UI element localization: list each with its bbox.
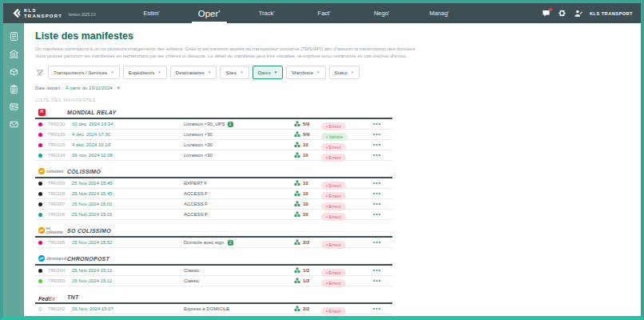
version-label: Version 2025.3.0 <box>68 13 95 17</box>
filter-dates[interactable]: Dates▼ <box>252 66 284 79</box>
filter-manifeste[interactable]: Manifeste▼ <box>286 66 325 79</box>
manifest-service: Classic <box>184 278 294 283</box>
nav-item-manag[interactable]: Manag' <box>411 3 468 23</box>
manifest-date: 25 Nov 2024 15:11 <box>72 278 142 283</box>
manifest-service: ACCESS F <box>184 202 294 206</box>
manifest-id: TR0304 <box>48 268 72 273</box>
clear-filters-icon[interactable] <box>35 68 45 78</box>
status-dot <box>38 182 42 186</box>
carrier-logo: R <box>38 109 67 116</box>
colissimo-logo <box>38 168 45 174</box>
chevron-down-icon: ▼ <box>208 70 211 74</box>
manifest-row[interactable]: TR0324 26 nov. 2024 12:08 Livraison <30 … <box>35 150 392 161</box>
parcels-icon <box>294 267 300 274</box>
chevron-down-icon: ▼ <box>157 70 161 74</box>
chevron-down-icon: ▼ <box>351 70 354 74</box>
filter-sites[interactable]: Sites▼ <box>220 66 248 79</box>
manifest-row[interactable]: TR0301 26 Nov. 2024 15:01 Express à DOMI… <box>35 314 392 316</box>
kls-logo[interactable]: KLS TRANSPORT <box>11 8 62 18</box>
chevron-down-icon: ▼ <box>274 70 277 74</box>
id-card-icon[interactable] <box>9 101 19 111</box>
manifest-row[interactable]: TR0303 25 Nov 2024 15:11 Classic 1/2 Err… <box>35 276 392 286</box>
filter-transporteurs-services[interactable]: Transporteurs / Services▼ <box>48 66 120 79</box>
parcel-count: 10 <box>294 142 321 148</box>
filter-exp-diteurs[interactable]: Expéditeurs▼ <box>123 66 167 79</box>
nav-item-track[interactable]: Track' <box>238 3 296 23</box>
carrier-name: TNT <box>67 294 79 300</box>
notification-badge <box>549 8 552 11</box>
notifications-icon[interactable] <box>542 9 551 18</box>
report-icon[interactable] <box>9 83 19 94</box>
filter-bar: Transporteurs / Services▼ Expéditeurs▼ D… <box>35 66 641 79</box>
manifest-date: 25 Nov 2024 15:52 <box>72 240 142 245</box>
carrier-name: SO COLISSIMO <box>67 228 111 234</box>
status-dot <box>38 213 42 217</box>
carrier-group-header: colissimo COLISSIMO <box>35 166 392 177</box>
manifest-date: 26 Nov. 2024 15:07 <box>72 306 142 311</box>
status-dot <box>38 241 42 245</box>
chevron-down-icon: ▼ <box>110 70 113 74</box>
carrier-group-header: R MONDIAL RELAY <box>35 106 392 118</box>
app-window: KLS TRANSPORT Version 2025.3.0 Estim'Ope… <box>0 0 644 320</box>
main-nav: Estim'Oper'Track'Fact'Nego'Manag' <box>123 3 468 23</box>
parcel-count: 1/2 <box>294 267 321 274</box>
manifest-id: TR0306 <box>48 212 72 217</box>
parcels-icon <box>294 152 300 158</box>
manifest-date: 26 nov. 2024 12:08 <box>72 153 142 158</box>
mondial-relay-logo: R <box>38 109 46 116</box>
carrier-logo: colissimo <box>38 168 67 174</box>
chip-close-icon[interactable]: ✕ <box>117 85 121 90</box>
status-dot <box>38 269 42 273</box>
status-badge: Erreur <box>321 241 346 249</box>
manifest-icon[interactable] <box>9 30 19 41</box>
carrier-logo: FedEx <box>38 290 67 304</box>
parcel-count: 5/9 <box>294 131 321 138</box>
colissimo-logo <box>38 227 45 234</box>
filter-destinataires[interactable]: Destinataires▼ <box>170 66 217 79</box>
service-badge: 2 <box>228 122 233 127</box>
manifest-row[interactable]: TR0305 25 Nov 2024 15:52 Domicile avec s… <box>35 238 392 248</box>
nav-item-fact[interactable]: Fact' <box>296 3 353 23</box>
chip-value: À partir du 13/11/2024 <box>66 86 113 90</box>
active-filter-chip: Date départ : À partir du 13/11/2024 ✕ <box>35 85 641 90</box>
status-dot <box>38 143 42 147</box>
carrier-name: MONDIAL RELAY <box>67 110 117 115</box>
user-profile-icon[interactable] <box>574 9 583 18</box>
left-sidebar <box>3 23 24 316</box>
nav-item-oper[interactable]: Oper' <box>181 3 238 23</box>
manifest-date: 25 Nov 2024 15:45 <box>72 191 142 196</box>
parcels-icon <box>294 278 300 284</box>
main-content: Liste des manifestes Un manifeste corres… <box>24 23 641 316</box>
parcels-icon <box>294 190 300 197</box>
top-navigation: KLS TRANSPORT Version 2025.3.0 Estim'Ope… <box>3 3 641 23</box>
chip-label: Date départ : <box>35 86 63 90</box>
nav-item-estim[interactable]: Estim' <box>123 3 181 23</box>
carrier-group: R MONDIAL RELAY TR0330 10 déc. 2024 10:3… <box>35 106 392 161</box>
status-badge: Erreur <box>321 154 346 162</box>
parcel-count: 2/2 <box>294 239 321 246</box>
pickup-icon[interactable] <box>9 66 19 76</box>
mail-icon[interactable] <box>9 118 19 129</box>
account-name[interactable]: KLS TRANSPORT <box>590 11 633 16</box>
carrier-logo: chronopost <box>38 255 67 262</box>
parcels-icon <box>294 306 300 312</box>
group-rows: TR0330 10 déc. 2024 10:34 Livraison <30_… <box>35 118 392 161</box>
status-dot <box>38 279 42 283</box>
filter-statut[interactable]: Statut▼ <box>329 66 360 79</box>
carrier-group-header: FedEx TNT <box>35 291 392 302</box>
parcels-icon <box>294 131 300 138</box>
parcel-count: 10 <box>294 211 321 218</box>
parcel-count: 10 <box>294 180 321 186</box>
kls-chevron-icon <box>11 8 22 18</box>
bank-icon[interactable] <box>9 48 19 58</box>
manifest-id: TR0302 <box>48 306 72 311</box>
fedex-logo: FedEx <box>38 290 55 304</box>
parcel-count: 10 <box>294 190 321 197</box>
carrier-name: COLISSIMO <box>67 169 101 174</box>
manifest-id: TR0305 <box>48 240 72 245</box>
manifest-row[interactable]: TR0306 25 Nov 2024 15:01 ACCESS F 10 Err… <box>35 210 392 220</box>
manifest-service: Livraison <30_UPS2 <box>184 122 294 127</box>
nav-item-nego[interactable]: Nego' <box>353 3 411 23</box>
settings-gear-icon[interactable] <box>558 9 567 18</box>
manifest-id: TR0329 <box>48 132 72 137</box>
